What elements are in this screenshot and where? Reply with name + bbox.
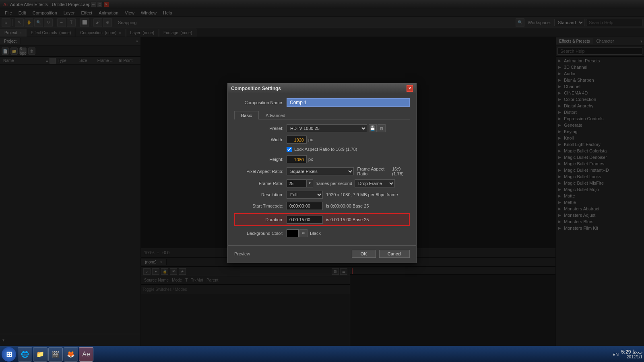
pixel-aspect-row: Pixel Aspect Ratio: Square Pixels Frame … bbox=[234, 167, 410, 176]
bg-color-pencil[interactable]: ✏ bbox=[299, 229, 308, 237]
taskbar-apps: 🌐 📁 🎬 🦊 Ae bbox=[18, 347, 93, 362]
resolution-row: Resolution: Full 1920 x 1080, 7.9 MB per… bbox=[234, 191, 410, 199]
duration-label: Duration: bbox=[238, 217, 287, 222]
height-row: Height: 1080 px bbox=[234, 155, 410, 163]
lock-aspect-row: Lock Aspect Ratio to 16:9 (1.78) bbox=[287, 147, 410, 152]
resolution-select[interactable]: Full bbox=[287, 191, 323, 199]
comp-name-row: Composition Name: bbox=[234, 98, 410, 107]
lock-aspect-label: Lock Aspect Ratio to 16:9 (1.78) bbox=[294, 147, 357, 152]
dialog-body: Composition Name: Basic Advanced Preset:… bbox=[228, 93, 416, 245]
resolution-control: Full 1920 x 1080, 7.9 MB per 8bpc frame bbox=[287, 191, 410, 199]
taskbar-app-browser[interactable]: 🌐 bbox=[18, 347, 32, 362]
start-tc-label: Start Timecode: bbox=[234, 204, 287, 208]
taskbar-app-explorer[interactable]: 📁 bbox=[33, 347, 47, 362]
framerate-row: Frame Rate: ▼ frames per second Drop Fra… bbox=[234, 179, 410, 187]
comp-name-input[interactable] bbox=[287, 98, 410, 107]
dialog-tab-advanced[interactable]: Advanced bbox=[259, 111, 292, 119]
page-wrapper: Ai Adobe After Effects - Untitled Projec… bbox=[0, 0, 644, 362]
width-unit: px bbox=[308, 137, 313, 142]
height-control: 1080 px bbox=[287, 155, 410, 163]
taskbar-time: 5:29 ب.ظ bbox=[621, 349, 642, 355]
resolution-info: 1920 x 1080, 7.9 MB per 8bpc frame bbox=[326, 192, 398, 197]
preview-button[interactable]: Preview bbox=[234, 250, 250, 258]
start-tc-info: is 0:00:00:00 Base 25 bbox=[326, 204, 369, 208]
bg-color-name: Black bbox=[310, 231, 321, 236]
dialog-title-bar[interactable]: Composition Settings × bbox=[228, 84, 416, 93]
modal-overlay: Composition Settings × Composition Name:… bbox=[0, 0, 644, 346]
width-label: Width: bbox=[234, 137, 287, 142]
bg-color-row: Background Color: ✏ Black bbox=[234, 229, 410, 237]
duration-info: is 0:00:15:00 Base 25 bbox=[326, 217, 369, 222]
preset-buttons: 💾 🗑 bbox=[369, 124, 386, 132]
height-value[interactable]: 1080 bbox=[287, 155, 307, 163]
framerate-arrow[interactable]: ▼ bbox=[307, 179, 313, 187]
width-value[interactable]: 1920 bbox=[287, 136, 307, 144]
bg-color-swatch[interactable] bbox=[287, 229, 299, 237]
width-control: 1920 px bbox=[287, 136, 410, 144]
dialog-close-button[interactable]: × bbox=[407, 85, 413, 92]
taskbar-app-media[interactable]: 🎬 bbox=[48, 347, 63, 362]
framerate-control: ▼ frames per second Drop Frame bbox=[287, 179, 410, 187]
frame-aspect-value: 16:9 (1.78) bbox=[392, 167, 410, 176]
width-row: Width: 1920 px bbox=[234, 136, 410, 144]
taskbar-right: EN 5:29 ب.ظ 2012/1/1 bbox=[613, 349, 642, 359]
preset-row: Preset: HDTV 1080 25 💾 🗑 bbox=[234, 124, 410, 132]
height-unit: px bbox=[308, 157, 313, 162]
start-tc-input[interactable] bbox=[287, 202, 323, 210]
frame-aspect-label: Frame Aspect Ratio: bbox=[357, 167, 390, 176]
comp-name-label: Composition Name: bbox=[234, 100, 287, 105]
taskbar: ⊞ 🌐 📁 🎬 🦊 Ae EN 5:29 ب.ظ 2012/1/1 bbox=[0, 346, 644, 362]
pixel-aspect-select[interactable]: Square Pixels bbox=[287, 167, 354, 175]
dialog-buttons: Preview OK Cancel bbox=[228, 245, 416, 263]
taskbar-app-ae[interactable]: Ae bbox=[79, 347, 93, 362]
dialog-tabs: Basic Advanced bbox=[234, 111, 410, 119]
preset-save-btn[interactable]: 💾 bbox=[369, 124, 377, 132]
preset-control: HDTV 1080 25 💾 🗑 bbox=[287, 124, 410, 132]
taskbar-date: 2012/1/1 bbox=[621, 355, 642, 359]
preset-delete-btn[interactable]: 🗑 bbox=[378, 124, 386, 132]
cancel-button[interactable]: Cancel bbox=[379, 250, 410, 258]
taskbar-app-firefox[interactable]: 🦊 bbox=[64, 347, 78, 362]
duration-row-highlighted: Duration: is 0:00:15:00 Base 25 bbox=[234, 213, 410, 226]
resolution-label: Resolution: bbox=[234, 192, 287, 197]
bg-color-label: Background Color: bbox=[234, 231, 287, 236]
start-timecode-row: Start Timecode: is 0:00:00:00 Base 25 bbox=[234, 202, 410, 210]
height-label: Height: bbox=[234, 157, 287, 162]
pixel-aspect-control: Square Pixels Frame Aspect Ratio: 16:9 (… bbox=[287, 167, 410, 176]
dialog-tab-basic[interactable]: Basic bbox=[234, 111, 259, 119]
taskbar-lang: EN bbox=[613, 352, 619, 357]
pixel-aspect-label: Pixel Aspect Ratio: bbox=[234, 169, 287, 174]
bg-color-control: ✏ Black bbox=[287, 229, 410, 237]
taskbar-clock: 5:29 ب.ظ 2012/1/1 bbox=[621, 349, 642, 359]
duration-input[interactable] bbox=[287, 216, 323, 224]
dropframe-select[interactable]: Drop Frame bbox=[355, 179, 395, 187]
composition-settings-dialog: Composition Settings × Composition Name:… bbox=[227, 83, 417, 263]
framerate-label: Frame Rate: bbox=[234, 181, 287, 186]
dialog-title: Composition Settings bbox=[231, 86, 407, 91]
start-button[interactable]: ⊞ bbox=[2, 347, 16, 362]
start-tc-control: is 0:00:00:00 Base 25 bbox=[287, 202, 410, 210]
preset-select[interactable]: HDTV 1080 25 bbox=[287, 124, 367, 132]
lock-aspect-checkbox[interactable] bbox=[287, 147, 292, 152]
framerate-input[interactable] bbox=[287, 179, 307, 187]
preset-label: Preset: bbox=[234, 126, 287, 131]
fps-label: frames per second bbox=[316, 181, 352, 186]
ok-button[interactable]: OK bbox=[352, 250, 376, 258]
